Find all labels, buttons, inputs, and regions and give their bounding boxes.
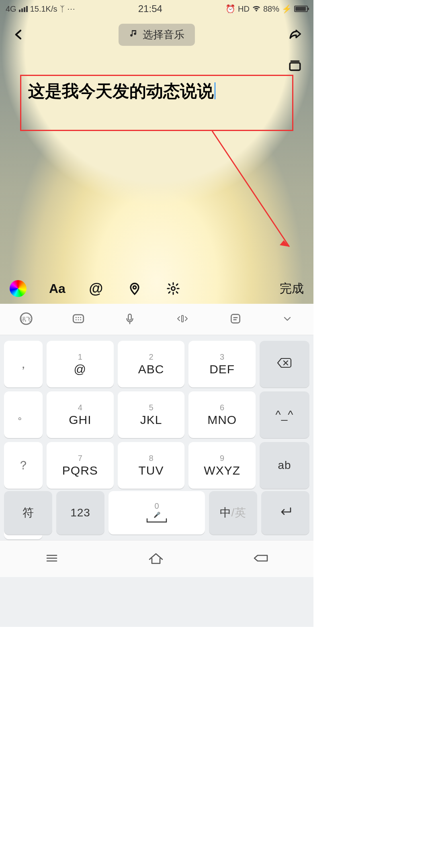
svg-rect-0 (290, 63, 300, 70)
clock: 21:54 (138, 3, 162, 14)
text-cursor (215, 82, 215, 99)
select-music-button[interactable]: 选择音乐 (119, 24, 195, 46)
wifi-icon (252, 4, 261, 14)
key-9-wxyz[interactable]: 9WXYZ (188, 442, 256, 489)
signal-icon (19, 6, 28, 12)
key-1-at[interactable]: 1@ (47, 341, 114, 387)
nav-home-button[interactable] (147, 551, 165, 567)
key-comma[interactable]: ， (4, 341, 43, 387)
key-case-ab[interactable]: ab (260, 442, 309, 489)
charging-icon: ⚡ (282, 4, 292, 14)
battery-pct: 88% (263, 4, 279, 14)
hd-indicator: HD (238, 4, 250, 14)
svg-rect-16 (231, 314, 240, 323)
status-bar: 4G 15.1K/s ᛉ ⋯ 21:54 ⏰ HD 88% ⚡ (0, 0, 313, 18)
ime-brand-button[interactable]: 讯飞 (19, 312, 33, 327)
nav-back-button[interactable] (252, 552, 270, 566)
key-period[interactable]: 。 (4, 391, 43, 438)
more-icon: ⋯ (67, 4, 75, 14)
key-2-abc[interactable]: 2ABC (118, 341, 185, 387)
back-button[interactable] (10, 26, 27, 43)
keyboard-layout-button[interactable] (72, 312, 85, 327)
backspace-icon (276, 357, 293, 372)
key-emoji[interactable]: ^_^ (260, 391, 309, 438)
mention-button[interactable]: @ (88, 280, 104, 297)
svg-point-4 (171, 287, 175, 290)
hide-keyboard-button[interactable] (280, 314, 294, 325)
battery-icon (294, 6, 308, 12)
svg-point-11 (76, 319, 77, 320)
select-music-label: 选择音乐 (143, 28, 184, 42)
key-8-tuv[interactable]: 8TUV (118, 442, 185, 489)
svg-point-13 (80, 319, 81, 320)
share-button[interactable] (286, 26, 304, 43)
template-button[interactable] (286, 56, 304, 74)
nav-recent-button[interactable] (44, 552, 60, 566)
key-backspace[interactable] (260, 341, 309, 387)
soft-keyboard: 讯飞 ， 1@ 2ABC 3DEF (0, 304, 313, 627)
editor-toolbar: Aa @ 完成 (0, 273, 313, 304)
post-text-value: 这是我今天发的动态说说 (28, 82, 214, 100)
key-4-ghi[interactable]: 4GHI (47, 391, 114, 438)
location-button[interactable] (127, 282, 143, 295)
done-button[interactable]: 完成 (280, 280, 304, 297)
font-style-button[interactable]: Aa (49, 281, 66, 296)
svg-rect-14 (128, 314, 131, 320)
color-wheel-icon (10, 280, 27, 297)
cursor-move-button[interactable] (174, 313, 190, 326)
key-6-mno[interactable]: 6MNO (188, 391, 256, 438)
key-question[interactable]: ？ (4, 442, 43, 489)
key-3-def[interactable]: 3DEF (188, 341, 256, 387)
svg-point-9 (78, 317, 79, 318)
system-nav-bar (0, 540, 313, 577)
color-picker-button[interactable] (10, 280, 27, 297)
svg-rect-15 (182, 315, 183, 322)
settings-button[interactable] (165, 282, 181, 295)
key-5-jkl[interactable]: 5JKL (118, 391, 185, 438)
svg-point-10 (80, 317, 81, 318)
network-type: 4G (6, 4, 16, 14)
key-7-pqrs[interactable]: 7PQRS (47, 442, 114, 489)
svg-text:讯飞: 讯飞 (21, 316, 31, 322)
post-text-input[interactable]: 这是我今天发的动态说说 (28, 78, 285, 104)
svg-rect-7 (73, 315, 84, 323)
svg-point-8 (76, 317, 77, 318)
usb-icon: ᛉ (60, 4, 65, 14)
svg-point-12 (78, 319, 79, 320)
clipboard-button[interactable] (229, 312, 242, 327)
svg-point-3 (133, 286, 136, 289)
music-note-icon (129, 29, 139, 41)
voice-input-button[interactable] (124, 312, 136, 327)
keyboard-toolbar: 讯飞 (0, 304, 313, 335)
alarm-icon: ⏰ (225, 4, 235, 14)
network-speed: 15.1K/s (30, 4, 57, 14)
